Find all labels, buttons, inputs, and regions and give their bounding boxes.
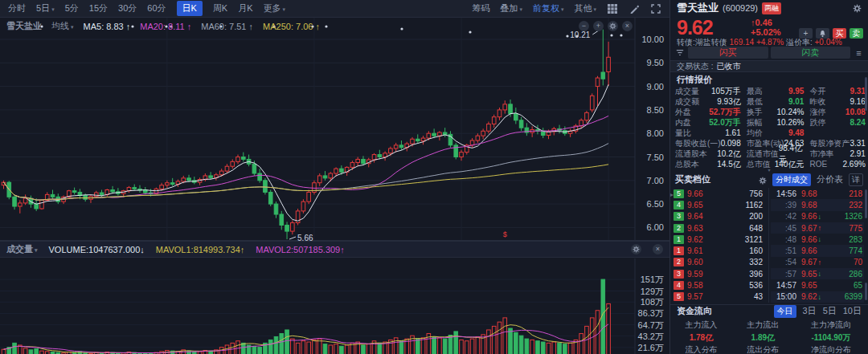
tape-row: :459.67↑775	[771, 222, 864, 234]
sell-level-row[interactable]: 59.66756	[674, 188, 766, 199]
zoom-in-icon[interactable]: +	[593, 21, 604, 31]
tab-minute[interactable]: 分时	[8, 2, 26, 14]
buy-level-row[interactable]: 19.61160	[674, 245, 766, 256]
order-volume: 200	[713, 212, 766, 221]
buy-level-row[interactable]: 49.58536	[674, 279, 766, 291]
fund-tab-5day[interactable]: 5日	[823, 305, 837, 317]
quote-value: 10.08	[845, 108, 866, 116]
chevron-down-icon: ▾	[283, 6, 286, 12]
sell-level-row[interactable]: 49.651162	[674, 199, 766, 210]
flash-sell-button[interactable]: 闪卖	[771, 47, 851, 59]
menu-hamburger-icon[interactable]: ≡	[853, 47, 865, 59]
quote-item: 成交额9.93亿	[675, 96, 741, 107]
buy-level-row[interactable]: 29.60332	[674, 257, 766, 268]
tab-daily-k[interactable]: 日K	[177, 1, 203, 16]
svg-text:7.00: 7.00	[647, 176, 664, 185]
panel-scrollbar[interactable]	[865, 189, 867, 218]
order-price: 9.61	[687, 246, 713, 255]
panel-settings-gear-icon[interactable]	[853, 1, 862, 15]
quote-scrollbar[interactable]	[865, 77, 867, 111]
tape-time: :39	[772, 201, 796, 210]
quote-label: 内盘	[675, 117, 691, 128]
tape-time: :54	[772, 258, 796, 267]
tab-5day[interactable]: 5日▾	[36, 2, 55, 14]
quote-value: 10.26%	[776, 118, 804, 127]
tape-price: 9.66	[801, 246, 817, 255]
svg-text:8.00: 8.00	[647, 128, 664, 138]
main-candlestick-chart[interactable]: 10.009.509.008.508.007.507.006.506.0010.…	[0, 18, 669, 242]
quote-label: 量比	[675, 128, 691, 139]
close-volume-pane-icon[interactable]: ×	[653, 244, 663, 254]
quote-value: 105万手	[711, 86, 741, 97]
buy-level-row[interactable]: 39.59396	[674, 268, 766, 279]
tab-price-table[interactable]: 分价表	[817, 173, 843, 185]
fund-tab-3day[interactable]: 3日	[803, 305, 817, 317]
fund-tab-today[interactable]: 今日	[774, 305, 796, 318]
tape-price: 9.65	[801, 281, 817, 290]
chart-toolbar: 分时 5日▾ 5分 15分 30分 60分 日K 周K 月K 更多▾ 筹码 叠加…	[0, 0, 669, 18]
order-volume: 396	[713, 270, 766, 279]
close-pane-icon[interactable]: ×	[622, 21, 633, 31]
tape-price: 9.68	[801, 201, 817, 210]
volume-bar-chart[interactable]: 151万129万108万86.3万64.7万43.2万21.6万00405060…	[0, 258, 669, 354]
sort-filter-icon[interactable]	[674, 47, 686, 59]
zoom-out-icon[interactable]: −	[579, 21, 589, 31]
tape-row: :429.66↓1326	[771, 211, 864, 222]
detail-button[interactable]: 详	[849, 173, 863, 186]
draw-pen-icon[interactable]	[628, 3, 640, 14]
fund-flow-stats: 主力流入 1.78亿 主力流出 1.89亿 主力净流向 -1104.90万	[670, 319, 868, 342]
svg-text:6.50: 6.50	[647, 199, 664, 209]
tape-scrollbar[interactable]	[865, 283, 867, 300]
tape-time: 14:57	[772, 281, 796, 290]
inflow-distribution-link[interactable]: 流入分布	[670, 344, 732, 354]
chip-distribution-button[interactable]: 筹码	[472, 2, 489, 14]
tab-more[interactable]: 更多▾	[264, 2, 286, 14]
tape-volume: 70	[821, 258, 862, 267]
fund-tab-10day[interactable]: 10日	[843, 305, 862, 317]
period-tabs: 分时 5日▾ 5分 15分 30分 60分 日K 周K 月K 更多▾	[0, 1, 293, 16]
fund-flow-title: 资金流向	[677, 305, 712, 317]
buy-level-badge: 1	[674, 246, 684, 255]
sell-level-row[interactable]: 19.623121	[674, 234, 766, 245]
grid-layout-icon[interactable]	[607, 3, 618, 14]
order-volume: 536	[713, 281, 766, 290]
quote-item: 市净率2.91	[809, 149, 865, 159]
other-button[interactable]: 其他▾	[574, 2, 596, 14]
chart-options: 筹码 叠加▾ 前复权▾ 其他▾	[464, 2, 669, 14]
ma60-legend: MA60: 7.51 ↑	[201, 22, 253, 31]
quote-value: 10.2亿	[717, 149, 740, 160]
tab-60min[interactable]: 60分	[147, 2, 166, 14]
tab-5min[interactable]: 5分	[65, 2, 79, 14]
tape-volume: 283	[821, 235, 862, 244]
stock-header: 雪天盐业 (600929) 两融	[670, 0, 868, 16]
svg-text:43.2万: 43.2万	[638, 332, 664, 341]
order-volume: 160	[713, 246, 766, 255]
pane-settings-gear-icon[interactable]	[608, 21, 618, 31]
netflow-distribution-link[interactable]: 净流向分布	[794, 344, 868, 354]
ma5-legend: MA5: 8.83 ↑	[84, 22, 131, 31]
buy-level-row[interactable]: 59.5743	[674, 291, 766, 303]
tab-tick-trades[interactable]: 分时成交	[772, 173, 811, 186]
sell-level-row[interactable]: 39.64200	[674, 211, 766, 222]
adjust-mode-select[interactable]: 前复权▾	[533, 2, 564, 14]
overlay-button[interactable]: 叠加▾	[500, 2, 522, 14]
sell-level-row[interactable]: 29.63648	[674, 222, 766, 234]
last-price: 9.62	[677, 16, 713, 39]
fullscreen-icon[interactable]	[650, 3, 661, 14]
tape-price: 9.62	[801, 292, 817, 301]
tab-monthly-k[interactable]: 月K	[238, 2, 252, 14]
flash-buy-button[interactable]: 闪买	[688, 47, 768, 59]
tab-30min[interactable]: 30分	[118, 2, 137, 14]
ma-selector[interactable]: 均线▾	[51, 20, 74, 32]
tab-weekly-k[interactable]: 周K	[213, 2, 227, 14]
quote-item: 跌停8.24	[809, 117, 865, 128]
volume-settings-gear-icon[interactable]	[631, 244, 641, 254]
order-price: 9.63	[687, 224, 713, 233]
sell-button[interactable]: 卖	[850, 28, 863, 39]
outflow-distribution-link[interactable]: 流出分布	[732, 344, 794, 354]
volume-indicator-selector[interactable]: 成交量▾	[6, 243, 38, 255]
tab-15min[interactable]: 15分	[89, 2, 108, 14]
book-settings-gear-icon[interactable]	[759, 174, 767, 184]
sell-level-badge: 2	[674, 224, 684, 233]
tape-row: 14:569.68218	[771, 188, 864, 199]
